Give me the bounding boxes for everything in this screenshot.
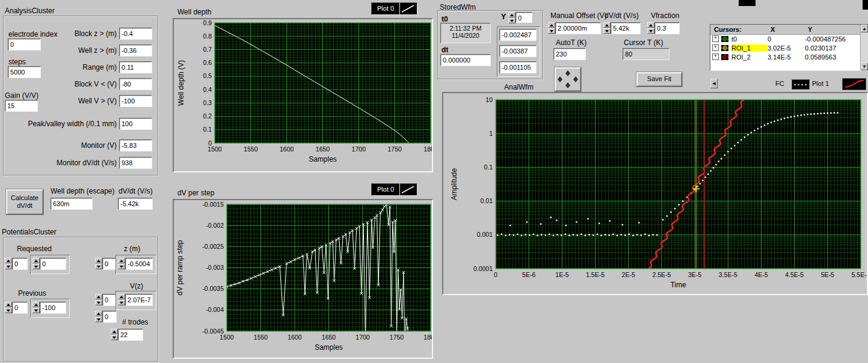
fc-label: FC xyxy=(775,80,784,87)
fit-line-sample-icon[interactable] xyxy=(842,78,866,90)
calculate-dvdt-button[interactable]: Calculate dV/dt xyxy=(6,189,43,215)
svg-text:Well depth (V): Well depth (V) xyxy=(177,60,185,106)
svg-text:1550: 1550 xyxy=(244,145,258,153)
block-v-input[interactable]: -80 xyxy=(119,78,152,90)
requested-index-input[interactable]: 0 xyxy=(12,258,28,270)
cursor-row-ROI_1[interactable]: +ROI_13.02E-50.0230137 xyxy=(710,43,861,52)
vz-index2-spinner[interactable] xyxy=(95,311,102,323)
z-value-spinner[interactable] xyxy=(118,258,125,270)
svg-text:0.1: 0.1 xyxy=(203,126,212,133)
calculate-dvdt-button-line2: dV/dt xyxy=(7,202,43,210)
expand-icon[interactable]: + xyxy=(712,53,719,60)
svg-text:0.4: 0.4 xyxy=(203,86,212,93)
svg-text:4E-5: 4E-5 xyxy=(754,271,768,278)
scatter-plot-sample-icon[interactable] xyxy=(792,79,810,90)
dv-per-step-graph[interactable]: 1500155016001650170017501800-0.0015-0.00… xyxy=(173,199,433,359)
svg-text:0.2: 0.2 xyxy=(203,112,212,120)
svg-text:1550: 1550 xyxy=(254,334,268,341)
range-input[interactable]: 0.11 xyxy=(119,61,152,73)
trodes-spinner[interactable] xyxy=(111,329,118,341)
requested-label: Requested xyxy=(17,245,52,253)
requested-value-spinner[interactable] xyxy=(32,258,40,270)
dv-per-step-plot-legend[interactable]: Plot 0 xyxy=(371,183,417,196)
svg-text:-0.004: -0.004 xyxy=(206,306,224,313)
expand-icon[interactable]: + xyxy=(712,44,719,51)
well-depth-plot-legend[interactable]: Plot 0 xyxy=(371,2,417,15)
peak-valley-width-input[interactable]: 100 xyxy=(119,118,152,130)
trodes-input[interactable]: 22 xyxy=(118,329,143,341)
dt-indicator: 0.000000 xyxy=(440,54,491,66)
manual-offset-input[interactable]: 2.00000m xyxy=(555,22,601,34)
cursor-crosshair-icon xyxy=(721,45,728,51)
line-plot-sample-icon[interactable] xyxy=(400,2,417,15)
z-index-input[interactable]: 0 xyxy=(102,258,117,270)
svg-text:1800: 1800 xyxy=(423,334,432,341)
cursors-scrollbar[interactable]: ▲ ▼ xyxy=(860,25,868,70)
vz-value-input[interactable]: 2.07E-7 xyxy=(125,294,153,306)
vz-index-spinner[interactable] xyxy=(95,294,102,306)
dv-per-step-plot-legend-label[interactable]: Plot 0 xyxy=(371,183,400,196)
y-index-input[interactable]: 0 xyxy=(516,12,532,23)
svg-text:0.0001: 0.0001 xyxy=(473,265,493,272)
well-v-label: Well V > (V) xyxy=(10,97,117,105)
peak-valley-width-label: Peak/valley width (/0.1 mm) xyxy=(10,120,117,128)
dvdt-control-input[interactable]: 5.42k xyxy=(611,22,641,34)
expand-icon[interactable]: + xyxy=(712,35,719,42)
y-index-spinner[interactable] xyxy=(508,12,516,24)
well-depth-plot-legend-label[interactable]: Plot 0 xyxy=(371,2,400,15)
previous-index-input[interactable]: 0 xyxy=(12,302,28,314)
vz-index2-input[interactable]: 0 xyxy=(102,311,117,323)
potentials-cluster-title: PotentialsCluster xyxy=(2,228,57,236)
scroll-left-button[interactable]: ◀ xyxy=(710,79,718,88)
vfraction-input[interactable]: 0.3 xyxy=(654,22,680,34)
save-fit-button[interactable]: Save Fit xyxy=(636,72,682,87)
vz-index-input[interactable]: 0 xyxy=(102,294,117,306)
svg-text:-0.0015: -0.0015 xyxy=(202,201,224,208)
cursor-row-t0[interactable]: +t00-0.000487256 xyxy=(710,34,861,43)
well-depth-escape-label: Well depth (escape) xyxy=(51,187,115,195)
scroll-down-button[interactable]: ▼ xyxy=(861,63,868,70)
autot-label: AutoT (K) xyxy=(556,38,586,47)
cursors-panel[interactable]: Cursors: X Y +t00-0.000487256+ROI_13.02E… xyxy=(710,24,868,71)
svg-text:3E-5: 3E-5 xyxy=(688,271,701,278)
plot1-legend-label[interactable]: Plot 1 xyxy=(812,80,829,87)
cursor-crosshair-icon xyxy=(721,36,728,42)
monitor-v-label: Monitor (V) xyxy=(10,141,117,150)
analysis-cluster-title: AnalysisCluster xyxy=(5,7,55,15)
svg-text:-0.0035: -0.0035 xyxy=(202,285,224,292)
requested-index-spinner[interactable] xyxy=(5,258,12,270)
line-plot-sample-icon[interactable] xyxy=(400,183,417,196)
svg-text:0.6: 0.6 xyxy=(203,59,212,66)
svg-text:1650: 1650 xyxy=(322,334,336,341)
vz-value-spinner[interactable] xyxy=(118,294,125,306)
well-z-input[interactable]: -0.36 xyxy=(119,44,152,56)
recenter-button[interactable] xyxy=(555,67,581,91)
well-depth-graph[interactable]: 150015501600165017001750180000.10.20.30.… xyxy=(173,18,433,172)
z-index-spinner[interactable] xyxy=(95,258,102,270)
cutoff-panel-fragment xyxy=(863,0,868,10)
monitor-dvdt-indicator: 938 xyxy=(119,157,152,169)
svg-text:Samples: Samples xyxy=(309,155,337,163)
dvdt-control-spinner[interactable] xyxy=(603,22,611,34)
well-v-input[interactable]: -100 xyxy=(119,95,152,107)
svg-text:5E-6: 5E-6 xyxy=(522,271,535,278)
svg-text:2E-5: 2E-5 xyxy=(622,271,635,278)
monitor-dvdt-label: Monitor dV/dt (V/s) xyxy=(10,159,117,167)
svg-text:0.1: 0.1 xyxy=(484,163,493,171)
z-value-input[interactable]: -0.5004 xyxy=(125,258,153,270)
scroll-up-button[interactable]: ▲ xyxy=(861,25,868,32)
previous-value-spinner[interactable] xyxy=(32,302,40,314)
cursor-row-ROI_2[interactable]: +ROI_23.14E-50.0589563 xyxy=(710,52,861,61)
manual-offset-spinner[interactable] xyxy=(548,22,555,34)
cursors-header: Cursors: X Y xyxy=(710,25,861,35)
previous-value-input[interactable]: -100 xyxy=(40,302,66,314)
anal-wfm-graph[interactable]: 05E-61E-51.5E-52E-52.5E-53E-53.5E-54E-54… xyxy=(442,92,868,295)
svg-text:0.001: 0.001 xyxy=(477,231,493,238)
vfraction-spinner[interactable] xyxy=(647,22,654,34)
block-z-input[interactable]: -0.4 xyxy=(119,28,152,40)
previous-index-spinner[interactable] xyxy=(5,302,12,314)
vfraction-label: Vfraction xyxy=(651,11,679,20)
cursors-header-y: Y xyxy=(808,26,812,33)
svg-text:1600: 1600 xyxy=(280,145,294,153)
requested-value-input[interactable]: 0 xyxy=(40,258,66,270)
